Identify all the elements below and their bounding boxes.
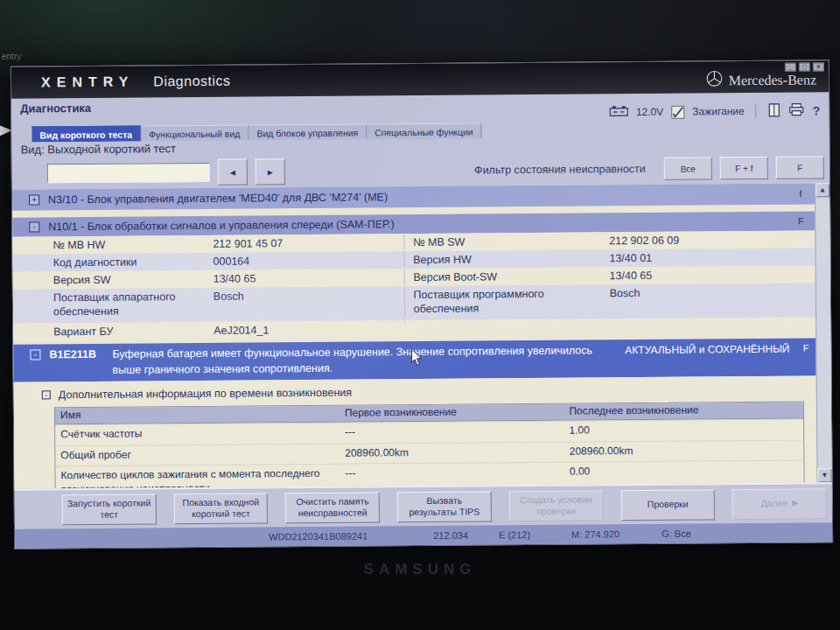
detail-label: Версия HW [403,249,609,267]
header-separator [756,104,757,118]
tab-control-units-view[interactable]: Вид блоков управления [248,123,367,140]
collapse-icon[interactable]: - [29,221,39,232]
detail-label: № MB HW [52,235,213,253]
brand-logo-area: Mercedes-Benz [706,69,817,90]
detail-label: Поставщик программного обеспечения [403,284,609,316]
additional-info-title: Дополнительная информация по времени воз… [59,387,352,402]
next-arrow-icon: ► [266,167,275,177]
cell-last: 1.00 [564,422,803,439]
ignition-checkbox[interactable] [671,105,684,118]
scroll-up-icon[interactable]: ▲ [816,183,830,197]
battery-voltage: 12.0V [636,106,663,118]
battery-icon [609,105,628,119]
detail-label: Версия Boot-SW [403,267,609,284]
continue-label: Далее [761,498,788,509]
app-name: XENTRY [41,74,134,91]
module-label: N10/1 - Блок обработки сигналов и управл… [48,215,794,234]
background-window-fragment: entry [2,52,21,61]
detail-label: Вариант БУ [53,322,214,340]
continue-arrow-icon: ▶ [792,499,798,508]
detail-label: Код диагностики [53,253,214,270]
mercedes-star-icon [706,70,723,90]
show-input-quick-test-button[interactable]: Показать входной короткий тест [173,493,268,524]
laptop-brand-logo: SAMSUNG [0,561,840,578]
detail-value: 13/40 65 [609,265,815,283]
mouse-cursor [410,349,423,370]
cell-first: 208960.00km [340,444,564,461]
detail-value [610,317,816,320]
cell-name: Общий пробег [55,445,340,463]
start-quick-test-button[interactable]: Запустить короткий тест [62,494,157,525]
cell-first: --- [340,424,564,441]
clear-fault-memory-button[interactable]: Очистить память неисправностей [285,492,380,523]
detail-value: 13/40 01 [609,248,815,265]
next-button[interactable]: ► [256,158,285,185]
detail-value: Bosch [214,286,404,304]
vertical-scrollbar[interactable]: ▲ ▼ [815,183,832,482]
tab-short-test-view[interactable]: Вид короткого теста [32,126,141,143]
column-header: Последнее возникновение [564,402,803,420]
continue-button: Далее ▶ [732,488,827,520]
gearbox-filter: G: Все [662,528,691,539]
detail-value: 000164 [213,251,403,269]
xentry-window: XENTRY Diagnostics _ □ ✕ Mercedes-Benz Д… [10,60,833,549]
fault-status-badge: АКТУАЛЬНЫЙ и СОХРАНЁННЫЙ [625,343,789,356]
detail-value: 212 901 45 07 [213,234,403,251]
tab-special-functions[interactable]: Специальные функции [367,122,482,139]
module-label: N3/10 - Блок управления двигателем 'MED4… [48,188,794,206]
scroll-down-icon[interactable]: ▼ [817,468,831,482]
module-name: Diagnostics [153,74,230,90]
fault-flag: F [798,343,808,354]
prev-button[interactable]: ◄ [218,159,248,186]
fault-code: B1E211B [49,348,103,360]
tips-results-button[interactable]: Вызвать результаты TIPS [397,491,492,522]
detail-label: Поставщик аппаратного обеспечения [53,288,214,319]
brand-name: Mercedes-Benz [729,72,817,88]
fault-flag: F [794,216,808,227]
fault-message: Буферная батарея имеет функциональное на… [112,343,625,378]
cell-last: 208960.00km [564,442,804,459]
prev-arrow-icon: ◄ [228,167,237,177]
vin-value: WDD2120341B089241 [269,530,368,542]
expand-icon[interactable]: + [29,194,39,205]
results-area: + N3/10 - Блок управления двигателем 'ME… [12,183,832,488]
help-icon[interactable]: ? [813,103,821,117]
title-bar: XENTRY Diagnostics _ □ ✕ Mercedes-Benz [11,60,829,98]
document-icon[interactable] [768,102,781,119]
collapse-icon[interactable]: - [30,349,40,360]
printer-icon[interactable] [789,103,805,119]
filter-all-button[interactable]: Все [664,157,712,179]
page-title: Диагностика [20,102,91,127]
detail-value: AeJ2014_1 [214,320,404,338]
cell-name: Счётчик частоты [55,425,340,443]
footer-button-bar: Запустить короткий тест Показать входной… [15,482,832,528]
additional-info-section: - Дополнительная информация по времени в… [14,375,817,488]
model-code: 212.034 [433,530,468,541]
ecu-details-table: № MB HW 212 901 45 07 № MB SW 212 902 06… [12,230,816,340]
ignition-label: Зажигание [692,105,745,117]
column-header: Первое возникновение [340,404,564,422]
collapse-icon[interactable]: - [42,390,51,399]
fault-filter-label: Фильтр состояния неисправности [474,163,646,177]
filter-f-button[interactable]: F [776,156,824,178]
column-header: Имя [55,406,340,424]
detail-value: 212 902 06 09 [609,230,815,248]
detail-label [404,318,610,322]
tests-button[interactable]: Проверки [620,489,715,521]
detail-value: Bosch [610,283,816,300]
detail-label: Версия SW [53,270,214,288]
engine-code: M: 274.920 [571,528,620,539]
fault-flag: f [794,189,808,200]
detail-label: № MB SW [403,232,609,249]
create-test-conditions-button: Создать условия проверки [509,490,604,522]
detail-value: 13/40 65 [214,269,404,286]
search-input[interactable] [47,163,210,183]
tab-functional-view[interactable]: Функциональный вид [141,125,248,142]
series-code: E (212) [499,529,530,540]
filter-f-plus-f-button[interactable]: F + f [720,157,768,179]
